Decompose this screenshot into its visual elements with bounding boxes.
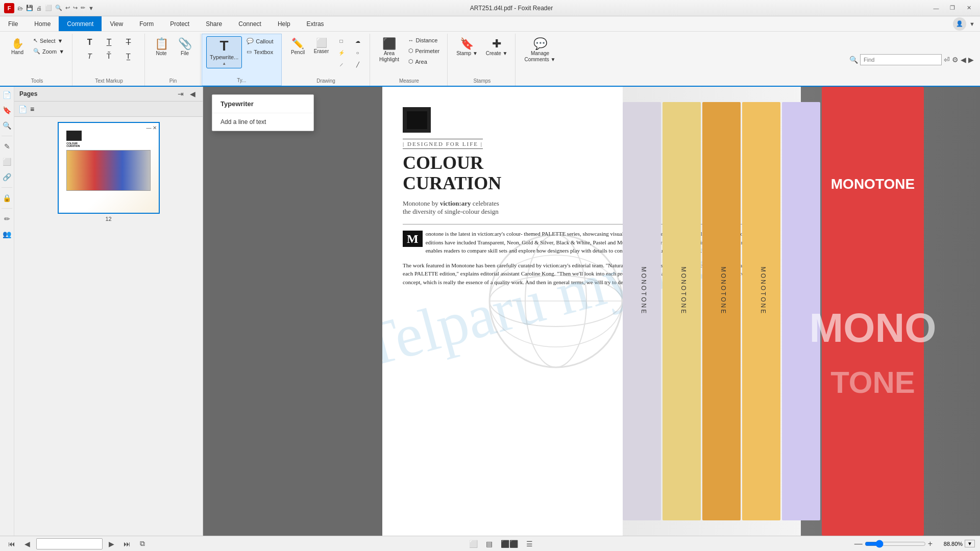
add-line-option[interactable]: Add a line of text <box>212 113 313 131</box>
zoom-in-button[interactable]: + <box>928 539 933 548</box>
zoom-slider[interactable] <box>865 540 926 548</box>
text-markup-btn-6[interactable]: T̲ <box>119 50 138 62</box>
next-page-button[interactable]: ▶ <box>106 539 117 549</box>
svg-text:MONO: MONO <box>810 305 937 350</box>
hand-tool-button[interactable]: ✋ Hand <box>6 36 29 58</box>
spread-button[interactable]: ⧉ <box>137 538 148 549</box>
menu-protect[interactable]: Protect <box>162 16 198 31</box>
user-avatar[interactable]: 👤 <box>953 17 966 31</box>
text-markup-btn-5[interactable]: T̃ <box>100 50 118 62</box>
stamp-side-icon[interactable]: ✏ <box>1 213 13 225</box>
textbox-tool-button[interactable]: ▭ Textbox <box>243 47 277 57</box>
eraser-tool-button[interactable]: ⬜ Eraser <box>310 36 333 57</box>
user-dropdown-arrow[interactable]: ▼ <box>969 21 975 27</box>
restore-button[interactable]: ❐ <box>945 3 960 13</box>
link-icon[interactable]: 🔗 <box>1 171 13 183</box>
text-markup-btn-2[interactable]: T <box>100 36 118 49</box>
cloud-tool-button[interactable]: ☁ <box>350 36 365 46</box>
arrow-tool-button[interactable]: ⚡ <box>334 47 349 58</box>
zoom-out-button[interactable]: — <box>854 539 863 548</box>
page-nav-icon[interactable]: 📄 <box>1 89 13 101</box>
facing-view[interactable]: ⬛⬛ <box>498 539 521 549</box>
menu-form[interactable]: Form <box>131 16 162 31</box>
menu-connect[interactable]: Connect <box>230 16 270 31</box>
ellipse-icon: ○ <box>356 50 359 56</box>
line-tool-button[interactable]: ⟋ <box>334 59 349 70</box>
menu-file[interactable]: File <box>0 16 26 31</box>
zoom-dropdown-button[interactable]: ▼ <box>965 540 975 547</box>
page-thumb-image[interactable]: COLOURCURATION — ✕ <box>58 122 160 214</box>
pdf-initial-m: M <box>403 231 423 247</box>
pdf-body-1: M onotone is the latest in viction:ary's… <box>403 230 780 255</box>
area-highlight-button[interactable]: ⬛ AreaHighlight <box>375 36 404 65</box>
page-number: 12 <box>105 216 111 222</box>
create-stamp-button[interactable]: ✚ Create ▼ <box>482 36 511 59</box>
arrow-icon: ⚡ <box>338 50 345 56</box>
typewriter-dropdown-arrow[interactable]: ▲ <box>222 61 226 66</box>
perimeter-tool-button[interactable]: ⬡ Perimeter <box>405 46 444 56</box>
pdf-body-2: The work featured in Monotone has been c… <box>403 261 780 287</box>
close-button[interactable]: ✕ <box>962 3 976 13</box>
sidebar-list-toggle[interactable]: ≡ <box>30 105 34 113</box>
user-tools-icon[interactable]: 👥 <box>1 228 13 240</box>
pdf-viewer[interactable]: Telparu myhaa | DESIGNED FOR LIFE | COLO… <box>203 87 980 536</box>
stamp-tool-button[interactable]: 🔖 Stamp ▼ <box>453 36 481 59</box>
thumb-close-icon[interactable]: ✕ <box>153 125 157 131</box>
bookmark-icon[interactable]: 🔖 <box>1 104 13 116</box>
sidebar-expand-button[interactable]: ⇥ <box>176 90 186 98</box>
minimize-button[interactable]: — <box>929 3 943 13</box>
ribbon-group-drawing: ✏️ Pencil ⬜ Eraser □ ☁ ⚡ ○ ⟋ ╱ Drawing <box>283 34 370 86</box>
zoom-tool-button[interactable]: 🔍 Zoom ▼ <box>30 46 68 56</box>
file-tool-button[interactable]: 📎 File <box>174 36 196 59</box>
pencil-tool-button[interactable]: ✏️ Pencil <box>287 36 309 58</box>
drawing-group-label: Drawing <box>287 78 365 86</box>
zoom-icon: 🔍 <box>33 48 40 55</box>
menu-view[interactable]: View <box>102 16 131 31</box>
menu-extras[interactable]: Extras <box>299 16 332 31</box>
manage-comments-button[interactable]: 💬 ManageComments ▼ <box>521 36 559 65</box>
sidebar-thumb-toggle[interactable]: 📄 <box>18 105 27 113</box>
ribbon-group-pin: 📋 Note 📎 File Pin <box>146 34 201 86</box>
note-tool-button[interactable]: 📋 Note <box>150 36 173 59</box>
hand-icon: ✋ <box>11 38 24 48</box>
lock-icon[interactable]: 🔒 <box>1 192 13 204</box>
text-markup-btn-1[interactable]: T <box>81 36 99 49</box>
menu-home[interactable]: Home <box>26 16 59 31</box>
continuous-view[interactable]: ▤ <box>483 539 496 549</box>
annotation-icon[interactable]: ✎ <box>1 140 13 153</box>
rect-tool-button[interactable]: □ <box>334 36 349 46</box>
text-markup-group-label: Text Markup <box>78 78 140 86</box>
menu-share[interactable]: Share <box>198 16 230 31</box>
thumb-minimize-icon[interactable]: — <box>146 125 152 131</box>
nav-prev-find-icon[interactable]: ◀ <box>961 56 966 64</box>
dash-tool-button[interactable]: ╱ <box>350 59 365 70</box>
nav-next-find-icon[interactable]: ▶ <box>968 56 974 64</box>
area-tool-button[interactable]: ⬡ Area <box>405 57 444 66</box>
distance-tool-button[interactable]: ↔ Distance <box>405 36 444 45</box>
page-input[interactable]: 12 (1 / 1) <box>36 538 103 549</box>
area-highlight-icon: ⬛ <box>382 38 396 49</box>
ellipse-tool-button[interactable]: ○ <box>350 47 365 58</box>
pages-area[interactable]: COLOURCURATION — ✕ 12 <box>14 117 203 536</box>
search-panel-icon[interactable]: 🔍 <box>1 119 13 132</box>
search-input[interactable] <box>860 54 942 65</box>
single-page-view[interactable]: ⬜ <box>466 539 481 549</box>
layers-icon[interactable]: ⬜ <box>1 156 13 168</box>
ribbon: ✋ Hand ↖ Select ▼ 🔍 Zoom ▼ Tools <box>0 32 980 87</box>
last-page-button[interactable]: ⏭ <box>120 539 134 549</box>
manage-group-label <box>521 84 559 86</box>
menu-help[interactable]: Help <box>270 16 299 31</box>
sidebar-collapse-button[interactable]: ◀ <box>188 90 198 98</box>
select-tool-button[interactable]: ↖ Select ▼ <box>30 36 68 45</box>
reflow-view[interactable]: ☰ <box>523 539 536 549</box>
prev-page-button[interactable]: ◀ <box>21 539 33 549</box>
text-markup-btn-4[interactable]: T <box>81 50 99 62</box>
callout-tool-button[interactable]: 💬 Callout <box>243 36 277 46</box>
typewriter-option[interactable]: Typewriter <box>212 95 313 113</box>
settings-icon[interactable]: ⚙ <box>952 56 959 64</box>
typewriter-tool-button[interactable]: T Typewrite... ▲ <box>206 36 242 68</box>
search-go-icon[interactable]: ⏎ <box>944 56 950 64</box>
first-page-button[interactable]: ⏮ <box>5 539 18 549</box>
menu-comment[interactable]: Comment <box>59 16 102 31</box>
text-markup-btn-3[interactable]: T <box>119 36 138 49</box>
